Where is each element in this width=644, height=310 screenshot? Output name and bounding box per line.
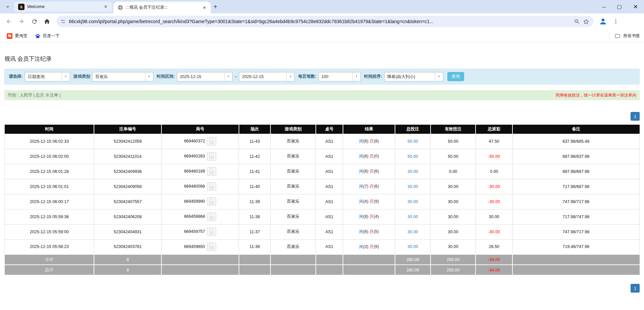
video-file-icon (209, 153, 214, 159)
total-row-cell-4 (239, 265, 271, 275)
cell-total-bet[interactable]: 30.00 (395, 164, 431, 179)
cell-total-bet[interactable]: 30.00 (395, 239, 431, 254)
url-text[interactable]: 66cxkj98.com/ipl/portal.php/game/betreco… (69, 19, 571, 24)
cell-table-no: AS1 (316, 224, 343, 239)
cell-game-type: 百家乐 (270, 179, 315, 194)
page-size-select[interactable]: 100 ▼ (318, 72, 361, 81)
back-button[interactable] (3, 16, 14, 27)
bookmark-baidu[interactable]: 百度一下 (32, 32, 62, 40)
tab-close-icon[interactable]: ✕ (103, 4, 109, 10)
search-button[interactable]: 查询 (447, 72, 464, 81)
baidu-paw-icon (35, 33, 41, 39)
window-maximize-icon[interactable]: ▢ (617, 4, 622, 10)
window-close-icon[interactable]: ✕ (633, 3, 638, 10)
bet-table-head-row: 时间注单编号局号场次游戏类别桌号结果总投注有效投注总派彩备注 (5, 125, 640, 134)
chevron-down-icon[interactable]: ▼ (435, 72, 443, 81)
chevron-down-icon[interactable]: ▼ (224, 72, 232, 81)
profile-avatar-icon[interactable] (599, 17, 607, 26)
date-from-select[interactable]: 2025-12-15 ▼ (177, 72, 233, 81)
tab-close-icon[interactable]: ✕ (201, 5, 207, 11)
site-settings-icon[interactable] (60, 19, 66, 24)
tab-search-button[interactable] (3, 2, 12, 11)
result-banker-label: 庄 (369, 199, 374, 204)
subtotal-row-cell-1: 小计 (5, 254, 94, 265)
video-replay-button[interactable] (207, 212, 216, 221)
cell-total-bet[interactable]: 30.00 (395, 209, 431, 224)
globe-icon (117, 5, 123, 10)
total-row-cell-10: -34.00 (476, 265, 512, 275)
cell-remark: 747.98/717.98 (512, 194, 639, 209)
taobao-icon: 淘 (7, 33, 12, 39)
chevron-down-icon[interactable]: ▼ (145, 72, 153, 81)
cell-game-type: 百家乐 (270, 164, 315, 179)
url-bar[interactable]: 66cxkj98.com/ipl/portal.php/game/betreco… (56, 16, 593, 27)
page-1-button[interactable]: 1 (631, 112, 640, 121)
tab-welcome[interactable]: ♞ Welcome ✕ (14, 2, 112, 12)
round-number: 669460098 (184, 184, 205, 189)
cell-session: 11-39 (239, 194, 271, 209)
cell-round: 669460372 (161, 134, 239, 149)
cell-game-type: 百家乐 (270, 239, 315, 254)
cell-valid-bet: 30.00 (431, 194, 476, 209)
cell-time: 2025-12-15 05:58:23 (5, 239, 94, 254)
video-replay-button[interactable] (207, 182, 216, 191)
column-header-10: 总派彩 (476, 125, 512, 134)
cell-session: 11-43 (239, 134, 271, 149)
time-sort-label: 时间排序: (364, 74, 382, 79)
game-type-select[interactable]: 百家乐 ▼ (92, 72, 153, 81)
cell-round: 669459757 (161, 224, 239, 239)
refresh-button[interactable] (29, 16, 40, 27)
cell-total-bet[interactable]: 30.00 (395, 194, 431, 209)
video-replay-button[interactable] (207, 243, 216, 251)
query-type-select[interactable]: 日期查询 ▼ (25, 72, 70, 81)
cell-total-bet[interactable]: 50.00 (395, 149, 431, 164)
forward-arrow-icon (18, 18, 25, 25)
cell-bet-id: 523042404931 (94, 224, 161, 239)
total-row-cell-7 (343, 265, 395, 275)
column-header-9: 有效投注 (431, 125, 476, 134)
cell-game-type: 百家乐 (270, 209, 315, 224)
total-row-cell-8: 280.00 (395, 265, 431, 275)
all-bookmarks[interactable]: 所有书签 (609, 33, 640, 39)
cell-total-bet[interactable]: 50.00 (395, 134, 431, 149)
bookmark-aitaobao[interactable]: 淘 爱淘宝 (4, 32, 30, 40)
video-replay-button[interactable] (207, 167, 216, 176)
page-1-button[interactable]: 1 (631, 284, 640, 293)
cell-total-bet[interactable]: 30.00 (395, 179, 431, 194)
cell-valid-bet: 50.00 (431, 134, 476, 149)
tab-betrecord[interactable]: :::视讯 会员下注纪录::: ✕ (113, 2, 211, 13)
forward-button[interactable] (16, 16, 27, 27)
window-minimize-icon[interactable]: ─ (602, 4, 606, 10)
table-row: 2025-12-15 06:02:33523042412059669460372… (5, 134, 640, 149)
cell-result: 闲(6) 庄(6) (343, 164, 395, 179)
video-file-icon (209, 214, 214, 220)
new-tab-button[interactable]: + (213, 3, 217, 11)
video-replay-button[interactable] (207, 137, 216, 145)
video-replay-button[interactable] (207, 152, 216, 161)
round-number: 669459650 (184, 244, 205, 249)
cell-round: 669459650 (161, 239, 239, 254)
cell-time: 2025-12-15 05:59:36 (5, 209, 94, 224)
video-replay-button[interactable] (207, 228, 216, 236)
date-to-select[interactable]: 2025-12-15 ▼ (239, 72, 295, 81)
chevron-down-icon[interactable]: ▼ (62, 72, 70, 81)
time-sort-select[interactable]: 降幂(由大到小) ▼ (384, 72, 443, 81)
subtotal-row-cell-4 (239, 254, 271, 265)
menu-dots-icon[interactable] (613, 18, 619, 24)
chevron-down-icon[interactable]: ▼ (286, 72, 294, 81)
total-row-cell-6 (316, 265, 343, 275)
zoom-icon[interactable] (574, 18, 580, 24)
result-player-score: (6) (363, 139, 368, 143)
home-button[interactable] (42, 16, 52, 27)
bookmark-star-icon[interactable] (583, 18, 589, 25)
video-replay-button[interactable] (207, 197, 216, 206)
pagination-bottom: 1 (4, 284, 640, 293)
chevron-down-icon[interactable]: ▼ (352, 72, 360, 81)
cell-total-bet[interactable]: 30.00 (395, 224, 431, 239)
cell-payout: -30.00 (476, 179, 512, 194)
browser-toolbar: 66cxkj98.com/ipl/portal.php/game/betreco… (0, 13, 644, 29)
result-player-score: (3) (363, 244, 368, 249)
result-banker-score: (9) (374, 244, 379, 249)
result-player-label: 闲 (359, 139, 363, 143)
cell-bet-id: 523042406208 (94, 209, 161, 224)
